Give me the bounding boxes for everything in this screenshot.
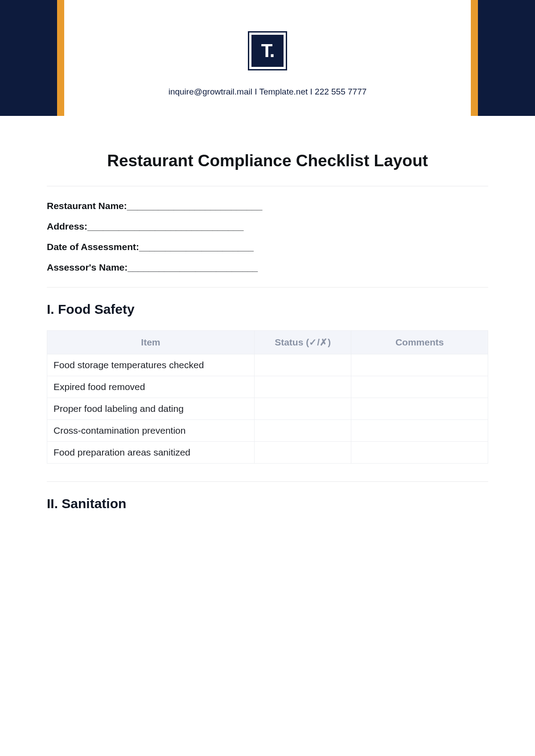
table-row: Cross-contamination prevention bbox=[47, 420, 488, 442]
cell-status[interactable] bbox=[254, 354, 351, 376]
field-address: Address: ______________________________ bbox=[47, 221, 488, 232]
table-header-row: Item Status (✓/✗) Comments bbox=[47, 331, 488, 354]
field-line[interactable]: __________________________ bbox=[127, 201, 263, 211]
cell-status[interactable] bbox=[254, 398, 351, 420]
table-row: Food preparation areas sanitized bbox=[47, 442, 488, 464]
field-line[interactable]: ______________________ bbox=[139, 242, 254, 252]
contact-site: Template.net bbox=[259, 87, 308, 96]
logo-icon: T. bbox=[251, 35, 284, 67]
header-accent-right bbox=[471, 0, 478, 116]
field-line[interactable]: _________________________ bbox=[128, 262, 258, 273]
field-assessor-name: Assessor's Name: _______________________… bbox=[47, 262, 488, 273]
header-band-right bbox=[471, 0, 535, 116]
header-accent-left bbox=[57, 0, 64, 116]
divider bbox=[47, 287, 488, 288]
form-fields: Restaurant Name: _______________________… bbox=[47, 201, 488, 273]
table-row: Food storage temperatures checked bbox=[47, 354, 488, 376]
separator: I bbox=[308, 87, 315, 96]
cell-status[interactable] bbox=[254, 442, 351, 464]
header-band-left bbox=[0, 0, 64, 116]
cell-comments[interactable] bbox=[351, 376, 488, 398]
cell-item: Expired food removed bbox=[47, 376, 255, 398]
cell-item: Food storage temperatures checked bbox=[47, 354, 255, 376]
cell-comments[interactable] bbox=[351, 398, 488, 420]
field-label: Date of Assessment: bbox=[47, 242, 139, 252]
cell-item: Proper food labeling and dating bbox=[47, 398, 255, 420]
cell-comments[interactable] bbox=[351, 354, 488, 376]
field-line[interactable]: ______________________________ bbox=[87, 221, 243, 232]
section-heading-sanitation: II. Sanitation bbox=[47, 496, 488, 511]
col-item: Item bbox=[47, 331, 255, 354]
food-safety-table: Item Status (✓/✗) Comments Food storage … bbox=[47, 330, 488, 464]
divider bbox=[47, 481, 488, 482]
cell-status[interactable] bbox=[254, 376, 351, 398]
field-date-of-assessment: Date of Assessment: ____________________… bbox=[47, 242, 488, 252]
table-row: Proper food labeling and dating bbox=[47, 398, 488, 420]
header-band: T. inquire@growtrail.mail I Template.net… bbox=[0, 0, 535, 116]
col-status: Status (✓/✗) bbox=[254, 331, 351, 354]
contact-line: inquire@growtrail.mail I Template.net I … bbox=[0, 87, 535, 97]
divider bbox=[47, 186, 488, 186]
field-restaurant-name: Restaurant Name: _______________________… bbox=[47, 201, 488, 211]
logo-frame: T. bbox=[248, 31, 287, 70]
page-title: Restaurant Compliance Checklist Layout bbox=[47, 152, 488, 170]
cell-status[interactable] bbox=[254, 420, 351, 442]
cell-item: Food preparation areas sanitized bbox=[47, 442, 255, 464]
section-heading-food-safety: I. Food Safety bbox=[47, 302, 488, 317]
table-row: Expired food removed bbox=[47, 376, 488, 398]
col-comments: Comments bbox=[351, 331, 488, 354]
document-content: Restaurant Compliance Checklist Layout R… bbox=[47, 152, 488, 525]
field-label: Address: bbox=[47, 221, 87, 231]
cell-comments[interactable] bbox=[351, 420, 488, 442]
cell-item: Cross-contamination prevention bbox=[47, 420, 255, 442]
field-label: Assessor's Name: bbox=[47, 262, 128, 272]
separator: I bbox=[252, 87, 259, 96]
contact-email: inquire@growtrail.mail bbox=[169, 87, 252, 96]
cell-comments[interactable] bbox=[351, 442, 488, 464]
contact-phone: 222 555 7777 bbox=[315, 87, 366, 96]
field-label: Restaurant Name: bbox=[47, 201, 127, 211]
